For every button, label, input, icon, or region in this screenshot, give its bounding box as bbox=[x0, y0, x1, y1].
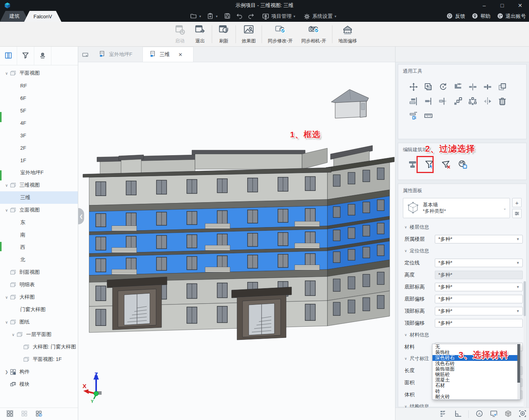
tool-copy[interactable] bbox=[421, 80, 436, 94]
tool-mirror[interactable] bbox=[480, 94, 495, 109]
app-tab-falconv[interactable]: FalconV bbox=[24, 11, 62, 22]
tool-offset[interactable] bbox=[406, 109, 421, 123]
chevron-down-icon[interactable]: ∨ bbox=[4, 295, 9, 299]
section-header-0[interactable]: ∨楼层信息 bbox=[398, 221, 526, 233]
status-corner-angle[interactable] bbox=[452, 410, 464, 419]
status-zoom-selection[interactable] bbox=[517, 410, 528, 419]
tree-item-16[interactable]: 剖面视图 bbox=[0, 266, 78, 278]
grid-refresh-icon[interactable] bbox=[35, 410, 42, 418]
ribbon-button-ground[interactable]: 地面偏移 bbox=[334, 24, 361, 44]
wall-tool-filter-clear[interactable] bbox=[441, 159, 451, 171]
tree-item-9[interactable]: ∨三维视图 bbox=[0, 179, 78, 191]
tree-item-3[interactable]: 5F bbox=[0, 104, 78, 117]
app-tab-arch[interactable]: 建筑 bbox=[0, 11, 29, 22]
material-option[interactable]: 钢筋砼 bbox=[432, 372, 520, 377]
tree-item-22[interactable]: 大样图: 门窗大样图 bbox=[0, 341, 78, 353]
tool-array-diagonal[interactable] bbox=[450, 94, 465, 109]
tool-align-center[interactable] bbox=[436, 94, 450, 109]
feedback-menu[interactable]: 反馈 bbox=[446, 12, 465, 21]
chevron-down-icon[interactable]: ∨ bbox=[11, 332, 16, 337]
tree-item-7[interactable]: 1F bbox=[0, 154, 78, 166]
ribbon-button-refresh[interactable]: 刷新 bbox=[214, 24, 234, 44]
close-tab-icon[interactable]: ✕ bbox=[178, 52, 183, 58]
help-menu[interactable]: 帮助 bbox=[471, 12, 490, 21]
material-option[interactable]: 石材 bbox=[432, 383, 520, 388]
sidebar-tab-filter[interactable] bbox=[17, 47, 34, 65]
tool-rotate[interactable] bbox=[436, 80, 450, 94]
ribbon-button-render[interactable]: 效果图 bbox=[237, 24, 260, 44]
undo-icon[interactable] bbox=[236, 12, 243, 20]
sidebar-tab-locate[interactable] bbox=[34, 47, 51, 65]
view-tab-1[interactable]: 三维✕ bbox=[143, 47, 193, 62]
status-layer-list[interactable] bbox=[438, 410, 449, 419]
ribbon-button-sync_edit[interactable]: 同步修改-开 bbox=[264, 24, 297, 44]
maximize-button[interactable]: □ bbox=[493, 0, 511, 11]
logout-menu[interactable]: 退出账号 bbox=[497, 12, 526, 21]
chevron-down-icon[interactable]: ∨ bbox=[4, 183, 9, 187]
chevron-down-icon[interactable]: ▾ bbox=[199, 14, 201, 18]
material-option[interactable]: 装饰墙面 bbox=[432, 366, 520, 372]
grid-plain-icon[interactable] bbox=[21, 410, 28, 418]
tree-item-17[interactable]: 明细表 bbox=[0, 278, 78, 291]
save-icon[interactable] bbox=[224, 12, 231, 21]
chevron-down-icon[interactable]: ▾ bbox=[216, 14, 218, 18]
field-input[interactable]: *多种* bbox=[435, 295, 523, 303]
chevron-right-icon[interactable]: ❯ bbox=[4, 370, 9, 374]
chevron-down-icon[interactable]: ∨ bbox=[4, 208, 9, 212]
tree-item-14[interactable]: 西 bbox=[0, 241, 78, 254]
field-select[interactable]: *多种*▼ bbox=[435, 259, 523, 267]
tree-item-19[interactable]: 门窗大样图 bbox=[0, 303, 78, 316]
tree-item-15[interactable]: 北 bbox=[0, 254, 78, 266]
redo-icon[interactable] bbox=[248, 12, 254, 20]
field-select[interactable]: *多种*▼ bbox=[435, 283, 523, 291]
paste-icon[interactable] bbox=[207, 12, 214, 21]
float-view-icon[interactable] bbox=[78, 47, 92, 62]
tool-pick[interactable] bbox=[495, 80, 510, 94]
tool-delete[interactable] bbox=[495, 94, 510, 109]
status-render-monitor[interactable] bbox=[488, 410, 499, 419]
tree-item-8[interactable]: 室外地坪F bbox=[0, 166, 78, 179]
tool-array-group[interactable] bbox=[465, 94, 480, 109]
project-manage-menu[interactable]: 项目管理▾ bbox=[262, 13, 295, 20]
section-header-1[interactable]: ∨定位信息 bbox=[398, 245, 526, 257]
tree-item-23[interactable]: 平面视图: 1F bbox=[0, 353, 78, 366]
material-option[interactable]: 砖 bbox=[432, 388, 520, 394]
tree-item-1[interactable]: RF bbox=[0, 79, 78, 92]
system-settings-menu[interactable]: 系统设置▾ bbox=[303, 13, 337, 20]
material-option[interactable]: 混凝土 bbox=[432, 377, 520, 383]
section-header-2[interactable]: ∨材料信息 bbox=[398, 329, 526, 341]
tree-item-18[interactable]: ∨大样图 bbox=[0, 291, 78, 303]
field-select[interactable]: *多种*▼ bbox=[435, 307, 523, 315]
tool-measure[interactable] bbox=[421, 109, 436, 123]
tool-split-element[interactable] bbox=[480, 80, 495, 94]
chevron-down-icon[interactable]: ∨ bbox=[4, 71, 9, 75]
close-button[interactable]: ✕ bbox=[511, 0, 529, 11]
tree-item-0[interactable]: ∨平面视图 bbox=[0, 67, 78, 79]
material-option[interactable]: 耐火砖 bbox=[432, 394, 520, 399]
grid-select-icon[interactable] bbox=[6, 410, 14, 418]
tool-move[interactable] bbox=[406, 80, 421, 94]
tree-item-13[interactable]: 南 bbox=[0, 229, 78, 241]
field-input[interactable]: *多种* bbox=[435, 319, 523, 327]
chevron-down-icon[interactable]: ∨ bbox=[4, 320, 9, 324]
tool-align-right[interactable] bbox=[421, 94, 436, 109]
tree-item-21[interactable]: ∨一层平面图 bbox=[0, 328, 78, 341]
open-folder-icon[interactable] bbox=[190, 12, 197, 21]
tree-item-11[interactable]: ∨立面视图 bbox=[0, 204, 78, 216]
tree-item-6[interactable]: 2F bbox=[0, 142, 78, 154]
tree-item-12[interactable]: 东 bbox=[0, 216, 78, 229]
tool-split[interactable] bbox=[465, 80, 480, 94]
tree-item-4[interactable]: 4F bbox=[0, 117, 78, 129]
tool-trim-corner[interactable] bbox=[450, 80, 465, 94]
minimize-button[interactable]: – bbox=[475, 0, 493, 11]
type-settings-button[interactable] bbox=[512, 209, 522, 218]
material-option[interactable]: 浅色石砖 bbox=[432, 361, 520, 366]
3d-viewport[interactable]: ZXY 1、框选 bbox=[78, 62, 395, 420]
building-model[interactable]: ZXY bbox=[78, 62, 395, 420]
ribbon-button-exit[interactable]: 退出 bbox=[190, 24, 210, 44]
status-auto-a[interactable]: A bbox=[473, 410, 485, 419]
add-type-button[interactable]: + bbox=[512, 198, 522, 207]
tree-item-5[interactable]: 3F bbox=[0, 129, 78, 142]
tree-item-24[interactable]: ❯构件 bbox=[0, 366, 78, 378]
type-selector[interactable]: 基本墙 *多种类型* ⌄ bbox=[403, 198, 510, 218]
